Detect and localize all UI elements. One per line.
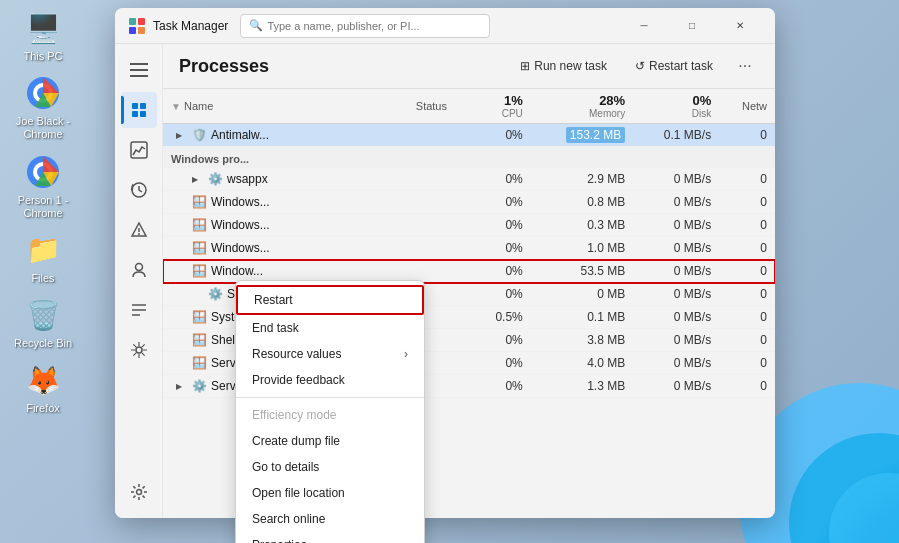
sidebar-item-processes[interactable] [121, 92, 157, 128]
ctx-go-to-details-label: Go to details [252, 460, 319, 474]
process-status [408, 168, 472, 191]
col-name[interactable]: ▼ Name [163, 89, 408, 124]
sidebar-item-performance[interactable] [121, 132, 157, 168]
col-cpu[interactable]: 1% CPU [472, 89, 531, 124]
ctx-create-dump[interactable]: Create dump file [236, 428, 424, 454]
sidebar-item-services[interactable] [121, 332, 157, 368]
desktop-icon-person1-chrome[interactable]: Person 1 -Chrome [8, 152, 78, 220]
svg-point-30 [136, 490, 141, 495]
table-row[interactable]: ▶ 🪟 Windows... 0% 0.8 MB 0 MB/s 0 [163, 191, 775, 214]
ctx-properties[interactable]: Properties [236, 532, 424, 543]
process-status [408, 214, 472, 237]
search-icon: 🔍 [249, 19, 263, 32]
expand-icon[interactable]: ▶ [171, 378, 187, 394]
process-cpu: 0% [472, 191, 531, 214]
process-disk: 0 MB/s [633, 329, 719, 352]
process-name-cell: ▶ 🪟 Windows... [163, 214, 408, 237]
process-net: 0 [719, 260, 775, 283]
run-icon: ⊞ [520, 59, 530, 73]
table-row[interactable]: ▶ ⚙️ wsappx 0% 2.9 MB 0 MB/s 0 [163, 168, 775, 191]
more-options-button[interactable]: ··· [731, 52, 759, 80]
process-net: 0 [719, 214, 775, 237]
process-net: 0 [719, 375, 775, 398]
expand-icon[interactable]: ▶ [187, 171, 203, 187]
restart-task-button[interactable]: ↺ Restart task [625, 55, 723, 77]
desktop-icon-joe-chrome[interactable]: Joe Black -Chrome [8, 73, 78, 141]
run-new-task-button[interactable]: ⊞ Run new task [510, 55, 617, 77]
process-icon: 🪟 [191, 332, 207, 348]
search-box[interactable]: 🔍 [240, 14, 490, 38]
maximize-button[interactable]: □ [669, 10, 715, 42]
close-button[interactable]: ✕ [717, 10, 763, 42]
ctx-resource-values-label: Resource values [252, 347, 341, 361]
ctx-efficiency-label: Efficiency mode [252, 408, 337, 422]
ctx-restart-label: Restart [254, 293, 293, 307]
process-cpu: 0% [472, 283, 531, 306]
col-status-label: Status [416, 100, 447, 112]
sidebar-item-startup[interactable] [121, 212, 157, 248]
desktop-icons: 🖥️ This PC Joe Black -Chrome [8, 8, 78, 416]
col-disk[interactable]: 0% Disk [633, 89, 719, 124]
col-memory[interactable]: 28% Memory [531, 89, 633, 124]
table-row[interactable]: ▶ 🛡️ Antimalw... 0% 153.2 MB 0.1 MB/s 0 [163, 124, 775, 147]
firefox-label: Firefox [26, 402, 60, 415]
sidebar-item-details[interactable] [121, 292, 157, 328]
restart-icon: ↺ [635, 59, 645, 73]
process-memory: 1.3 MB [531, 375, 633, 398]
sidebar-item-history[interactable] [121, 172, 157, 208]
ctx-resource-values[interactable]: Resource values › [236, 341, 424, 367]
process-icon: 🪟 [191, 217, 207, 233]
window-controls: ─ □ ✕ [621, 10, 763, 42]
header-actions: ⊞ Run new task ↺ Restart task ··· [510, 52, 759, 80]
desktop-icon-this-pc[interactable]: 🖥️ This PC [8, 8, 78, 63]
table-row[interactable]: ▶ 🪟 Windows... 0% 0.3 MB 0 MB/s 0 [163, 214, 775, 237]
recycle-bin-icon: 🗑️ [23, 295, 63, 335]
process-icon: ⚙️ [207, 171, 223, 187]
process-name-cell: ▶ ⚙️ wsappx [163, 168, 408, 191]
process-memory: 0.3 MB [531, 214, 633, 237]
ctx-efficiency-mode: Efficiency mode [236, 402, 424, 428]
expand-icon[interactable]: ▶ [171, 127, 187, 143]
recycle-bin-label: Recycle Bin [14, 337, 72, 350]
process-icon: 🪟 [191, 194, 207, 210]
desktop-icon-firefox[interactable]: 🦊 Firefox [8, 360, 78, 415]
process-label: Antimalw... [211, 128, 269, 142]
process-memory: 0 MB [531, 283, 633, 306]
process-disk: 0 MB/s [633, 214, 719, 237]
content-header: Processes ⊞ Run new task ↺ Restart task … [163, 44, 775, 89]
table-row[interactable]: ▶ 🪟 Windows... 0% 1.0 MB 0 MB/s 0 [163, 237, 775, 260]
files-icon: 📁 [23, 230, 63, 270]
desktop-icon-recycle-bin[interactable]: 🗑️ Recycle Bin [8, 295, 78, 350]
desktop-icon-files[interactable]: 📁 Files [8, 230, 78, 285]
process-memory: 2.9 MB [531, 168, 633, 191]
process-name-cell: ▶ 🪟 Windows... [163, 237, 408, 260]
ctx-go-to-details[interactable]: Go to details [236, 454, 424, 480]
ctx-provide-feedback[interactable]: Provide feedback [236, 367, 424, 393]
process-cpu: 0% [472, 237, 531, 260]
process-memory: 3.8 MB [531, 329, 633, 352]
ctx-properties-label: Properties [252, 538, 307, 543]
sidebar-hamburger[interactable] [121, 52, 157, 88]
col-status[interactable]: Status [408, 89, 472, 124]
ctx-open-file-location[interactable]: Open file location [236, 480, 424, 506]
process-icon: 🪟 [191, 355, 207, 371]
ctx-search-online[interactable]: Search online [236, 506, 424, 532]
process-disk: 0 MB/s [633, 260, 719, 283]
restart-task-label: Restart task [649, 59, 713, 73]
process-status [408, 191, 472, 214]
minimize-button[interactable]: ─ [621, 10, 667, 42]
search-input[interactable] [267, 20, 481, 32]
process-memory: 4.0 MB [531, 352, 633, 375]
col-network[interactable]: Netw [719, 89, 775, 124]
ctx-end-task[interactable]: End task [236, 315, 424, 341]
ctx-restart[interactable]: Restart [236, 285, 424, 315]
person1-chrome-icon [23, 152, 63, 192]
sidebar-item-settings[interactable] [121, 474, 157, 510]
process-disk: 0 MB/s [633, 352, 719, 375]
svg-rect-19 [140, 111, 146, 117]
process-memory: 53.5 MB [531, 260, 633, 283]
run-new-task-label: Run new task [534, 59, 607, 73]
process-cpu: 0% [472, 375, 531, 398]
process-net: 0 [719, 352, 775, 375]
sidebar-item-users[interactable] [121, 252, 157, 288]
